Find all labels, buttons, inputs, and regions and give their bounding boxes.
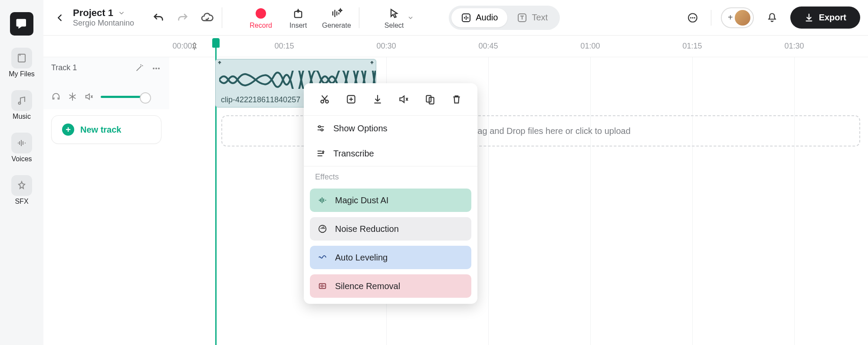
magic-wand-icon[interactable]: [135, 63, 144, 74]
divider: [222, 7, 222, 28]
rail-sfx[interactable]: SFX: [11, 175, 32, 205]
timeline-ruler[interactable]: 00:00 00:15 00:30 00:45 01:00 01:15 01:3…: [43, 36, 868, 57]
project-dropdown-icon[interactable]: [118, 9, 125, 17]
download-icon: [804, 13, 814, 23]
mode-text-button[interactable]: Text: [507, 8, 557, 27]
mute-clip-button[interactable]: [395, 90, 413, 108]
tool-label: Generate: [322, 22, 351, 29]
ctx-label: Transcribe: [333, 149, 374, 159]
rail-label: SFX: [15, 198, 28, 205]
export-button[interactable]: Export: [790, 7, 860, 29]
download-button[interactable]: [368, 90, 387, 108]
show-options-button[interactable]: Show Options: [304, 116, 477, 141]
record-button[interactable]: Record: [247, 6, 274, 29]
share-users[interactable]: +: [721, 7, 754, 28]
app-logo[interactable]: [10, 12, 33, 36]
effect-label: Noise Reduction: [335, 224, 399, 234]
divider: [359, 7, 359, 28]
effect-noise-reduction-button[interactable]: Noise Reduction: [310, 217, 471, 241]
sparkle-wave-icon: [317, 195, 328, 206]
insert-button[interactable]: Insert: [285, 6, 312, 29]
comments-button[interactable]: [684, 9, 701, 26]
ruler-tick: 00:15: [274, 42, 294, 51]
more-icon[interactable]: [151, 63, 161, 74]
folder-icon: [11, 48, 32, 68]
clip-handle-right[interactable]: [370, 60, 374, 68]
clip-context-menu: Show Options Transcribe Effects Magic Du…: [304, 83, 477, 304]
transcribe-button[interactable]: Transcribe: [304, 141, 477, 166]
headphones-icon[interactable]: [51, 92, 61, 101]
ctx-label: Show Options: [333, 124, 388, 133]
tool-label: Insert: [289, 22, 307, 29]
snowflake-icon[interactable]: [68, 92, 77, 101]
ruler-tick: 01:15: [682, 42, 702, 51]
volume-slider[interactable]: [101, 96, 148, 98]
mode-audio-button[interactable]: Audio: [451, 8, 507, 27]
ruler-tick: 01:00: [580, 42, 600, 51]
grid-line: [692, 57, 693, 345]
grid-line: [590, 57, 591, 345]
cursor-icon: [387, 6, 401, 21]
divider: [711, 10, 711, 26]
effect-label: Magic Dust AI: [335, 195, 388, 205]
generate-icon: [329, 6, 344, 21]
effect-magic-dust-button[interactable]: Magic Dust AI: [310, 189, 471, 212]
select-button[interactable]: Select: [385, 6, 414, 29]
mode-label: Text: [532, 13, 548, 23]
dropzone-label: Drag and Drop files here or click to upl…: [468, 126, 631, 136]
svg-rect-0: [18, 54, 25, 62]
ruler-tick: 00:30: [376, 42, 396, 51]
add-button[interactable]: [342, 90, 360, 108]
back-button[interactable]: [51, 9, 69, 26]
notifications-button[interactable]: [763, 9, 781, 26]
ruler-tick: 00:45: [478, 42, 498, 51]
text-icon: [517, 13, 527, 23]
effect-silence-removal-button[interactable]: Silence Removal: [310, 274, 471, 298]
rail-my-files[interactable]: My Files: [9, 48, 35, 78]
duplicate-button[interactable]: [421, 90, 439, 108]
cloud-sync-button[interactable]: [200, 11, 214, 25]
clip-handle-left[interactable]: [217, 60, 222, 68]
sfx-icon: [11, 175, 32, 196]
audio-icon: [461, 13, 471, 23]
voices-icon: [11, 133, 32, 153]
effect-auto-leveling-button[interactable]: Auto Leveling: [310, 246, 471, 269]
effect-label: Silence Removal: [335, 281, 400, 291]
new-track-button[interactable]: + New track: [51, 115, 161, 144]
project-author: Sergio Montanino: [73, 19, 134, 28]
effects-section-label: Effects: [304, 166, 477, 186]
avatar: [735, 10, 750, 26]
grid-line: [794, 57, 795, 345]
chevron-down-icon: [407, 14, 414, 21]
leveling-icon: [317, 252, 328, 263]
music-icon: [11, 90, 32, 111]
svg-point-7: [155, 68, 157, 69]
tool-label: Record: [250, 22, 272, 29]
add-user-icon: +: [728, 13, 733, 23]
track-title: Track 1: [51, 63, 77, 72]
svg-point-1: [19, 102, 21, 104]
generate-button[interactable]: Generate: [322, 6, 351, 29]
mode-label: Audio: [476, 13, 498, 23]
delete-button[interactable]: [447, 90, 466, 108]
clip-label: clip-422218611840257: [221, 95, 300, 104]
ruler-tick: 01:30: [784, 42, 804, 51]
new-track-label: New track: [80, 125, 122, 135]
redo-button[interactable]: [176, 11, 190, 25]
svg-point-6: [153, 68, 155, 69]
rail-music[interactable]: Music: [11, 90, 32, 120]
rail-voices[interactable]: Voices: [11, 133, 32, 163]
transcribe-icon: [315, 148, 326, 159]
mute-icon[interactable]: [84, 92, 94, 101]
insert-icon: [291, 6, 306, 21]
svg-point-8: [158, 68, 160, 69]
undo-button[interactable]: [151, 11, 165, 25]
plus-icon: +: [62, 124, 74, 136]
rail-label: Music: [13, 113, 31, 120]
svg-point-14: [319, 126, 321, 128]
noise-icon: [317, 223, 328, 234]
rail-label: Voices: [11, 155, 32, 163]
ruler-tick: 00:00: [172, 42, 192, 51]
effect-label: Auto Leveling: [335, 253, 388, 263]
cut-button[interactable]: [316, 90, 334, 108]
